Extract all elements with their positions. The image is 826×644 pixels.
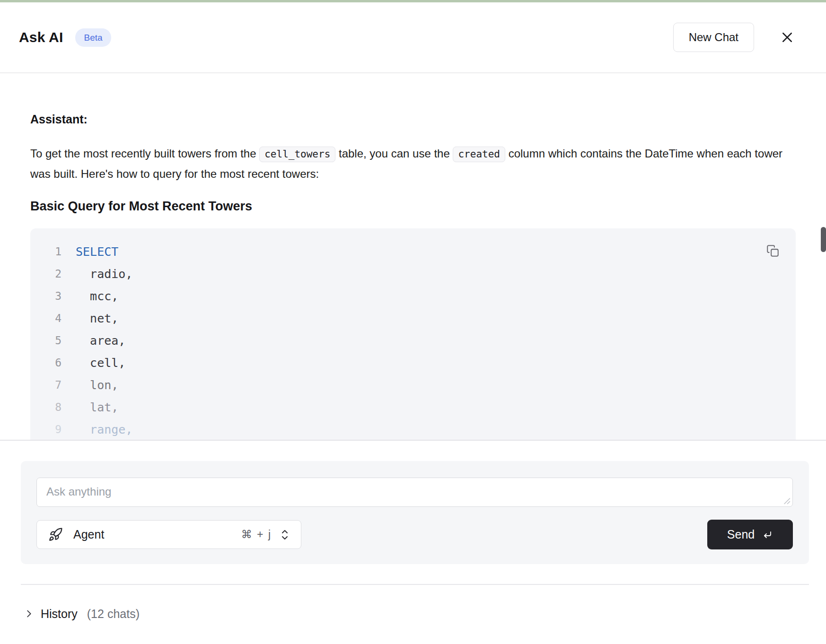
code-text: lat, xyxy=(62,396,118,418)
line-number: 4 xyxy=(30,307,62,330)
inline-code-created: created xyxy=(453,147,505,162)
send-button-label: Send xyxy=(727,528,755,541)
chevron-right-icon xyxy=(24,609,34,619)
code-text: area, xyxy=(62,330,125,352)
history-count: (12 chats) xyxy=(87,607,140,621)
beta-badge: Beta xyxy=(75,28,111,47)
agent-mode-label: Agent xyxy=(73,528,104,541)
page-title: Ask AI xyxy=(19,29,63,45)
code-line: 5 area, xyxy=(30,330,796,352)
code-text: lon, xyxy=(62,374,118,396)
keyboard-shortcut: ⌘ + j xyxy=(241,528,272,541)
composer: Agent ⌘ + j Send xyxy=(21,461,809,564)
section-heading: Basic Query for Most Recent Towers xyxy=(30,199,796,214)
send-button[interactable]: Send xyxy=(707,520,793,549)
line-number: 6 xyxy=(30,352,62,374)
scrollbar-thumb[interactable] xyxy=(821,227,826,252)
history-toggle[interactable]: History (12 chats) xyxy=(24,603,140,624)
prompt-input[interactable] xyxy=(36,478,793,507)
assistant-paragraph: To get the most recently built towers fr… xyxy=(30,144,783,183)
code-text: net, xyxy=(62,307,118,330)
chat-messages-area: Assistant: To get the most recently buil… xyxy=(0,73,826,441)
code-line: 9 range, xyxy=(30,418,796,441)
rocket-icon xyxy=(48,527,63,542)
line-number: 1 xyxy=(30,241,62,263)
sql-code-block: 1SELECT 2 radio, 3 mcc, 4 net, 5 area, 6… xyxy=(30,228,796,441)
code-line: 3 mcc, xyxy=(30,285,796,307)
inline-code-cell-towers: cell_towers xyxy=(259,147,335,162)
ask-ai-panel: Ask AI Beta New Chat Assistant: To get t… xyxy=(0,0,826,644)
line-number: 8 xyxy=(30,396,62,418)
close-button[interactable] xyxy=(777,27,798,48)
history-divider xyxy=(21,584,809,585)
code-text: cell, xyxy=(62,352,125,374)
line-number: 7 xyxy=(30,374,62,396)
line-number: 9 xyxy=(30,418,62,441)
header: Ask AI Beta New Chat xyxy=(0,2,826,73)
copy-icon xyxy=(766,244,779,257)
return-key-icon xyxy=(762,529,773,540)
code-line: 7 lon, xyxy=(30,374,796,396)
assistant-text: To get the most recently built towers fr… xyxy=(30,147,259,160)
assistant-role-label: Assistant: xyxy=(30,113,796,126)
copy-code-button[interactable] xyxy=(764,243,781,259)
assistant-text: table, you can use the xyxy=(335,147,453,160)
code-text: range, xyxy=(62,418,132,441)
close-icon xyxy=(780,30,794,44)
new-chat-button[interactable]: New Chat xyxy=(673,23,754,52)
code-text: radio, xyxy=(62,263,132,285)
line-number: 3 xyxy=(30,285,62,307)
agent-mode-selector[interactable]: Agent ⌘ + j xyxy=(36,520,301,549)
code-line: 2 radio, xyxy=(30,263,796,285)
history-label: History xyxy=(41,607,78,621)
code-line: 1SELECT xyxy=(30,241,796,263)
code-text: SELECT xyxy=(62,241,118,263)
line-number: 2 xyxy=(30,263,62,285)
code-line: 4 net, xyxy=(30,307,796,330)
code-line: 8 lat, xyxy=(30,396,796,418)
line-number: 5 xyxy=(30,330,62,352)
chevron-up-down-icon xyxy=(280,529,290,541)
code-line: 6 cell, xyxy=(30,352,796,374)
code-text: mcc, xyxy=(62,285,118,307)
